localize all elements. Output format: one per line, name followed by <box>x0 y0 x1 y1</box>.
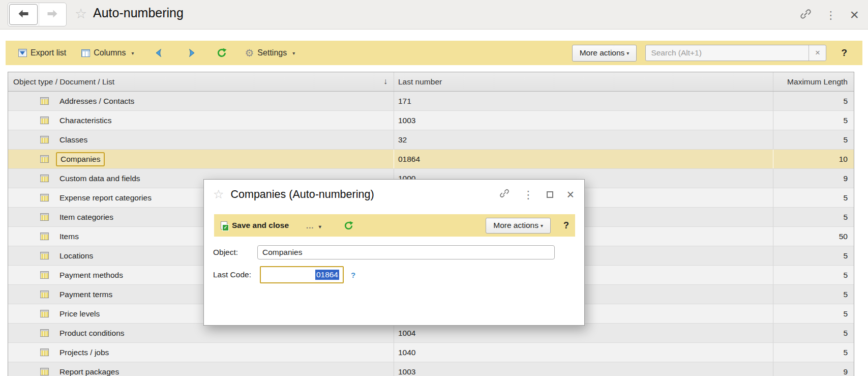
more-actions-button[interactable]: More actions ▾ <box>486 218 551 234</box>
favorite-star-icon[interactable]: ☆ <box>213 188 224 200</box>
blue-right-arrow-icon <box>186 48 197 58</box>
row-last-number: 1040 <box>394 343 773 362</box>
more-actions-button[interactable]: More actions ▾ <box>572 45 637 62</box>
maximize-icon[interactable] <box>547 191 553 198</box>
refresh-icon <box>344 221 353 230</box>
table-row[interactable]: Classes325 <box>8 130 854 150</box>
catalog-table-icon <box>40 233 49 240</box>
table-row[interactable]: Addresses / Contacts1715 <box>8 92 854 111</box>
export-list-label: Export list <box>31 48 66 57</box>
table-row[interactable]: Characteristics10035 <box>8 111 854 130</box>
forward-button[interactable] <box>39 3 67 26</box>
object-input[interactable] <box>257 245 555 259</box>
catalog-table-icon <box>40 291 49 298</box>
row-last-number: 1004 <box>394 324 773 342</box>
catalog-table-icon <box>40 349 49 356</box>
table-row[interactable]: Product conditions10045 <box>8 324 854 343</box>
row-label: Expense report categories <box>59 193 152 203</box>
refresh-button[interactable] <box>214 48 229 58</box>
row-max-length: 9 <box>773 362 854 376</box>
row-max-length: 50 <box>773 227 854 246</box>
row-max-length: 5 <box>773 208 854 226</box>
gear-icon: ⚙ <box>245 48 254 58</box>
dialog-title: Companies (Auto-numbering) <box>231 188 374 201</box>
last-code-field-row: Last Code: 01864 ? <box>213 266 355 283</box>
export-list-button[interactable]: Export list <box>18 48 66 57</box>
close-dialog-icon[interactable]: × <box>566 188 574 201</box>
save-document-icon <box>221 221 227 229</box>
more-menu-icon[interactable]: ⋮ <box>523 189 533 200</box>
more-actions-label: More actions <box>493 221 538 230</box>
last-code-input[interactable]: 01864 <box>260 266 344 283</box>
selected-text: 01864 <box>315 270 339 280</box>
history-nav-group <box>8 3 67 26</box>
column-header-maximum-length[interactable]: Maximum Length <box>773 72 854 91</box>
row-max-length: 5 <box>773 130 854 149</box>
row-label: Characteristics <box>59 116 112 125</box>
columns-label: Columns <box>94 48 126 57</box>
back-arrow-icon <box>17 9 29 20</box>
chevron-down-icon: ▾ <box>626 50 629 56</box>
sort-descending-icon: ↓ <box>383 77 387 86</box>
save-and-close-label: Save and close <box>232 221 289 230</box>
close-window-icon[interactable]: × <box>850 7 859 22</box>
row-last-number: 171 <box>394 92 773 110</box>
chevron-down-icon: ▾ <box>541 223 543 228</box>
save-options-button[interactable]: ... ▾ <box>306 221 322 230</box>
row-max-length: 5 <box>773 304 854 323</box>
help-button[interactable]: ? <box>841 47 847 59</box>
refresh-button[interactable] <box>341 221 356 230</box>
catalog-table-icon <box>40 368 49 375</box>
link-icon[interactable] <box>499 188 510 200</box>
page-title: Auto-numbering <box>93 6 184 20</box>
refresh-icon <box>217 48 227 58</box>
row-max-length: 5 <box>773 188 854 207</box>
row-last-number: 1003 <box>394 362 773 376</box>
catalog-table-icon <box>40 252 49 259</box>
clear-search-icon[interactable]: × <box>809 45 826 61</box>
row-max-length: 5 <box>773 343 854 362</box>
dialog-toolbar: Save and close ... ▾ More actions ▾ ? <box>214 214 575 237</box>
row-label: Item categories <box>59 213 113 222</box>
row-label: Payment terms <box>59 290 112 299</box>
link-icon[interactable] <box>800 8 812 22</box>
chevron-down-icon: ▾ <box>292 50 295 56</box>
search-input[interactable] <box>646 45 809 61</box>
window-controls: ⋮ × <box>800 0 861 30</box>
back-button[interactable] <box>9 4 38 25</box>
save-and-close-button[interactable]: Save and close <box>221 221 289 230</box>
catalog-table-icon <box>40 155 49 163</box>
chevron-down-icon: ▾ <box>319 224 322 229</box>
table-row-selected[interactable]: Companies0186410 <box>8 150 854 169</box>
column-header-object-type[interactable]: Object type / Document / List ↓ <box>8 72 394 91</box>
row-max-length: 5 <box>773 324 854 342</box>
catalog-table-icon <box>40 194 49 201</box>
column-header-last-number[interactable]: Last number <box>394 72 773 91</box>
row-label: Custom data and fields <box>59 174 140 183</box>
row-label: Price levels <box>59 309 100 319</box>
last-code-help-link[interactable]: ? <box>351 271 355 279</box>
move-up-button[interactable] <box>151 48 166 58</box>
search-box: × <box>645 45 826 61</box>
settings-button[interactable]: ⚙ Settings ▾ <box>245 48 295 58</box>
forward-arrow-icon <box>46 9 58 20</box>
help-button[interactable]: ? <box>563 220 569 231</box>
row-max-length: 5 <box>773 246 854 265</box>
settings-label: Settings <box>257 48 287 57</box>
object-field-row: Object: <box>213 245 555 260</box>
row-label: Product conditions <box>59 329 125 338</box>
row-label: Projects / jobs <box>59 348 109 357</box>
columns-button[interactable]: Columns ▾ <box>81 48 134 57</box>
favorite-star-icon[interactable]: ☆ <box>75 7 87 21</box>
move-down-button[interactable] <box>184 48 199 58</box>
chevron-down-icon: ▾ <box>131 50 134 56</box>
more-actions-label: More actions <box>580 48 625 57</box>
row-max-length: 9 <box>773 169 854 188</box>
table-row[interactable]: Report packages10039 <box>8 362 854 376</box>
more-menu-icon[interactable]: ⋮ <box>825 10 836 20</box>
catalog-table-icon <box>40 97 49 105</box>
columns-table-icon <box>81 49 90 57</box>
row-label: Payment methods <box>59 271 123 280</box>
table-row[interactable]: Projects / jobs10405 <box>8 343 854 362</box>
object-label: Object: <box>213 248 257 257</box>
